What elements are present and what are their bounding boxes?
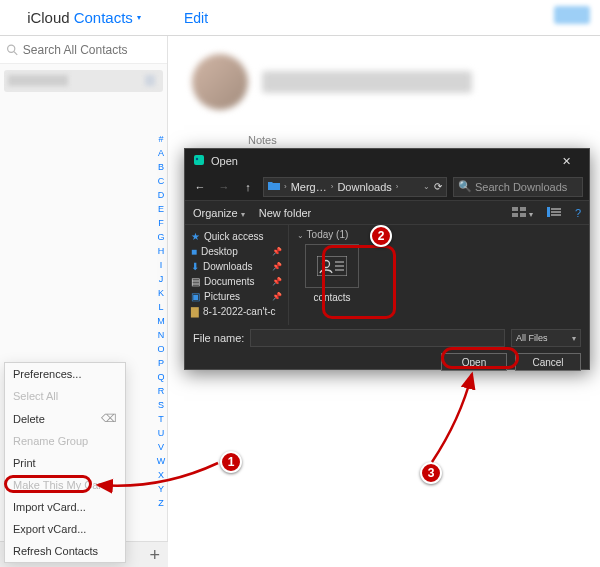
menu-print[interactable]: Print [5,452,125,474]
pictures-item[interactable]: ▣Pictures📌 [189,289,284,304]
avatar [192,54,248,110]
az-item[interactable]: S [154,398,168,412]
menu-preferences[interactable]: Preferences... [5,363,125,385]
az-item[interactable]: H [154,244,168,258]
file-contacts[interactable]: contacts [297,244,367,303]
svg-rect-7 [512,213,518,217]
desktop-item[interactable]: ■Desktop📌 [189,244,284,259]
file-type-filter[interactable]: All Files▾ [511,329,581,347]
az-item[interactable]: R [154,384,168,398]
view-details-button[interactable] [547,207,561,219]
refresh-icon[interactable]: ⟳ [434,181,442,192]
vcard-icon [305,244,359,288]
nav-back-icon[interactable]: ← [191,178,209,196]
svg-point-0 [8,45,15,52]
svg-point-14 [323,261,330,268]
quick-access-item[interactable]: ★Quick access [189,229,284,244]
az-item[interactable]: D [154,188,168,202]
az-item[interactable]: N [154,328,168,342]
user-chip[interactable] [554,6,590,24]
close-icon[interactable]: ✕ [551,155,581,168]
svg-point-4 [196,158,198,160]
az-item[interactable]: T [154,412,168,426]
menu-refresh-contacts[interactable]: Refresh Contacts [5,540,125,562]
folder-down-icon [268,181,280,193]
callout-3: 3 [420,462,442,484]
address-bar[interactable]: › Merg… › Downloads › ⌄ ⟳ [263,177,447,197]
svg-rect-5 [512,207,518,211]
az-item[interactable]: A [154,146,168,160]
contacts-actions-menu: Preferences... Select All Delete ⌫ Renam… [4,362,126,563]
az-item[interactable]: B [154,160,168,174]
today-header[interactable]: Today (1) [307,229,349,240]
az-item[interactable]: F [154,216,168,230]
az-index[interactable]: # A B C D E F G H I J K L M N O P Q R S … [154,132,168,510]
svg-rect-8 [520,213,526,217]
brand-contacts-label[interactable]: Contacts [74,9,133,26]
az-item[interactable]: X [154,468,168,482]
az-item[interactable]: Q [154,370,168,384]
az-item[interactable]: V [154,440,168,454]
callout-1: 1 [220,451,242,473]
svg-rect-6 [520,207,526,211]
az-item[interactable]: J [154,272,168,286]
downloads-item[interactable]: ⬇Downloads📌 [189,259,284,274]
svg-rect-9 [547,207,550,217]
menu-import-vcard[interactable]: Import vCard... [5,496,125,518]
file-name-label: File name: [193,332,244,344]
contact-row[interactable] [4,70,163,92]
svg-line-1 [14,51,17,54]
contact-name [262,71,472,93]
search-input[interactable] [19,43,161,57]
menu-delete[interactable]: Delete ⌫ [5,407,125,430]
az-item[interactable]: Z [154,496,168,510]
az-item[interactable]: K [154,286,168,300]
nav-up-icon[interactable]: ↑ [239,178,257,196]
plus-icon[interactable]: + [149,548,160,562]
help-icon[interactable]: ? [575,207,581,219]
az-item[interactable]: W [154,454,168,468]
dialog-sidebar: ★Quick access ■Desktop📌 ⬇Downloads📌 ▤Doc… [185,225,289,325]
az-item[interactable]: E [154,202,168,216]
az-item[interactable]: O [154,342,168,356]
dialog-title: Open [211,155,551,167]
svg-rect-10 [551,208,561,210]
search-placeholder: Search Downloads [475,181,567,193]
az-item[interactable]: C [154,174,168,188]
backspace-icon: ⌫ [101,412,117,425]
view-icons-button[interactable]: ▾ [512,207,533,219]
az-item[interactable]: P [154,356,168,370]
documents-item[interactable]: ▤Documents📌 [189,274,284,289]
folder-item[interactable]: ▇8-1-2022-can't-c [189,304,284,319]
chevron-down-icon[interactable]: ⌄ [423,182,430,191]
menu-rename-group: Rename Group [5,430,125,452]
az-item[interactable]: M [154,314,168,328]
az-item[interactable]: Y [154,482,168,496]
dialog-search-input[interactable]: 🔍Search Downloads [453,177,583,197]
file-name-input[interactable] [250,329,505,347]
open-file-dialog: Open ✕ ← → ↑ › Merg… › Downloads › ⌄ ⟳ 🔍… [184,148,590,370]
notes-label: Notes [248,134,576,146]
menu-export-vcard[interactable]: Export vCard... [5,518,125,540]
az-item[interactable]: # [154,132,168,146]
open-button[interactable]: Open [441,353,507,371]
search-icon [6,43,19,57]
menu-make-my-card: Make This My Card [5,474,125,496]
cancel-button[interactable]: Cancel [515,353,581,371]
menu-select-all: Select All [5,385,125,407]
explorer-icon [193,154,205,168]
az-item[interactable]: G [154,230,168,244]
breadcrumb-item[interactable]: Merg… [291,181,327,193]
file-name-label: contacts [297,292,367,303]
edit-link[interactable]: Edit [184,10,208,26]
az-item[interactable]: L [154,300,168,314]
new-folder-button[interactable]: New folder [259,207,312,219]
brand-icloud-label: iCloud [27,9,70,26]
nav-fwd-icon[interactable]: → [215,178,233,196]
az-item[interactable]: I [154,258,168,272]
chevron-down-icon[interactable]: ▾ [137,13,141,22]
organize-menu[interactable]: Organize ▾ [193,207,245,219]
svg-rect-3 [194,155,204,165]
az-item[interactable]: U [154,426,168,440]
breadcrumb-item[interactable]: Downloads [337,181,391,193]
